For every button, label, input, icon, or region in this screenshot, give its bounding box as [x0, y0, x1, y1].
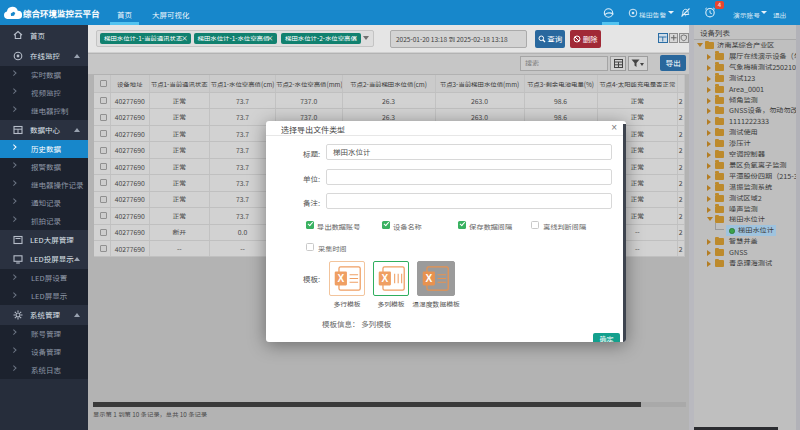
svg-text:X: X — [425, 273, 432, 284]
svg-text:X: X — [337, 273, 344, 284]
svg-text:X: X — [381, 273, 388, 284]
